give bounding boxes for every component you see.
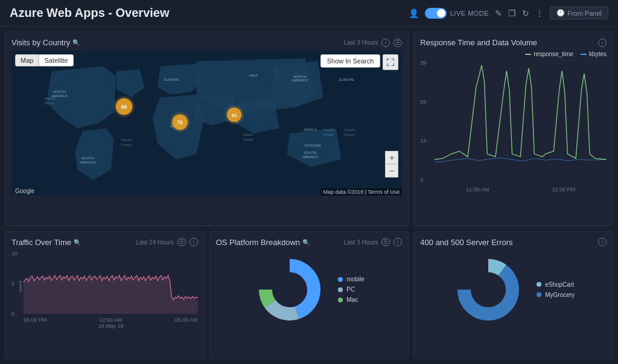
legend-kbytes: kbytes <box>581 51 607 57</box>
traffic-search-icon[interactable]: 🔍 <box>74 239 81 246</box>
eshopcart-legend-label: eShopCart <box>545 281 574 288</box>
satellite-view-button[interactable]: Satellite <box>39 54 73 66</box>
svg-point-48 <box>471 273 505 307</box>
os-search-icon[interactable]: 🔍 <box>302 239 310 246</box>
map-footer: Map data ©2018 | Terms of Use <box>320 188 402 196</box>
live-mode-toggle[interactable] <box>425 8 447 19</box>
fullscreen-icon <box>387 59 394 66</box>
svg-text:Ocean: Ocean <box>323 133 334 136</box>
live-mode-toggle-container: LIVE MODE <box>425 8 489 19</box>
visits-search-icon[interactable]: 🔍 <box>72 39 80 46</box>
zoom-in-button[interactable]: + <box>385 151 398 164</box>
svg-text:AMERICA: AMERICA <box>80 161 96 164</box>
os-platform-legend: mobile PC Mac <box>338 276 364 303</box>
traffic-info-icon[interactable]: i <box>190 238 198 246</box>
visits-info-icon[interactable]: i <box>381 39 390 47</box>
eshopcart-legend-dot <box>537 282 541 287</box>
kbytes-legend-label: kbytes <box>589 51 607 57</box>
svg-text:AFRICA: AFRICA <box>304 128 317 132</box>
svg-text:Ocean: Ocean <box>44 101 55 105</box>
share-icon[interactable]: ❐ <box>508 8 516 18</box>
response-time-legend-label: response_time <box>534 51 573 57</box>
svg-text:SOUTH: SOUTH <box>81 156 94 160</box>
os-platform-meta: Last 3 Hours ☰ i <box>344 238 403 246</box>
visits-panel-meta: Last 3 Hours i ☰ <box>344 39 403 47</box>
legend-response-time: response_time <box>525 51 573 57</box>
page-title: Azure Web Apps - Overview <box>10 6 170 20</box>
svg-text:Atlantic: Atlantic <box>344 128 356 132</box>
fullscreen-button[interactable] <box>383 54 398 70</box>
header-controls: 👤 LIVE MODE ✎ ❐ ↻ ⋮ 🕐 From Panel <box>409 7 608 19</box>
svg-text:NORTH: NORTH <box>53 90 66 94</box>
legend-mobile: mobile <box>338 276 364 283</box>
edit-icon[interactable]: ✎ <box>495 8 502 18</box>
dashboard: Visits by Country 🔍 Last 3 Hours i ☰ <box>0 27 618 364</box>
from-panel-button[interactable]: 🕐 From Panel <box>550 7 608 19</box>
os-platform-donut <box>253 254 326 326</box>
response-time-svg <box>435 60 607 171</box>
visits-panel-header: Visits by Country 🔍 Last 3 Hours i ☰ <box>11 38 402 47</box>
google-label: Google <box>15 188 34 194</box>
traffic-svg <box>24 251 198 315</box>
visits-settings-icon[interactable]: ☰ <box>393 39 402 47</box>
svg-text:84: 84 <box>121 104 127 110</box>
os-platform-header: OS Platform Breakdown 🔍 Last 3 Hours ☰ i <box>216 238 403 247</box>
header: Azure Web Apps - Overview 👤 LIVE MODE ✎ … <box>0 0 618 27</box>
traffic-panel-meta: Last 24 Hours ☰ i <box>136 238 197 246</box>
traffic-over-time-panel: Traffic Over Time 🔍 Last 24 Hours ☰ i 10… <box>5 231 205 360</box>
mobile-legend-dot <box>338 277 343 282</box>
zoom-out-button[interactable]: − <box>385 164 398 177</box>
svg-text:EUROPE: EUROPE <box>339 78 354 81</box>
mac-legend-label: Mac <box>346 296 358 303</box>
clock-icon: 🕐 <box>556 9 565 17</box>
live-mode-label: LIVE MODE <box>450 10 489 17</box>
response-time-title: Response Time and Data Volume <box>420 38 537 47</box>
traffic-panel-header: Traffic Over Time 🔍 Last 24 Hours ☰ i <box>11 238 198 247</box>
server-errors-legend: eShopCart MyGrocery <box>537 281 575 298</box>
legend-eshopcart: eShopCart <box>537 281 575 288</box>
traffic-x-axis: 06:00 PM 12:00 AM18 May 18 06:00 AM <box>24 317 198 329</box>
response-time-legend: response_time kbytes <box>420 51 607 57</box>
svg-text:Ocean: Ocean <box>121 143 132 147</box>
os-platform-title: OS Platform Breakdown 🔍 <box>216 238 310 247</box>
response-time-y-axis: 39 26 13 0 <box>420 60 426 193</box>
traffic-panel-title: Traffic Over Time 🔍 <box>11 238 81 247</box>
svg-text:AMERICA: AMERICA <box>302 155 318 159</box>
svg-text:Pacific: Pacific <box>323 128 334 132</box>
server-errors-info-icon[interactable]: i <box>598 238 607 246</box>
map-controls: Map Satellite <box>15 54 74 66</box>
legend-mygrocery: MyGrocery <box>537 292 575 298</box>
svg-text:Ocean: Ocean <box>243 138 254 141</box>
world-map-svg: Atlantic Ocean Pacific Ocean Indian Ocea… <box>11 51 402 196</box>
visits-panel-title: Visits by Country 🔍 <box>11 38 80 47</box>
os-platform-panel: OS Platform Breakdown 🔍 Last 3 Hours ☰ i <box>209 231 409 360</box>
traffic-settings-icon[interactable]: ☰ <box>177 238 186 246</box>
server-errors-donut-container: eShopCart MyGrocery <box>420 251 607 329</box>
response-time-panel: Response Time and Data Volume i response… <box>413 31 613 226</box>
user-icon[interactable]: 👤 <box>409 8 419 18</box>
traffic-chart: 10 5 0 count 06:00 PM 12:00 AM18 May 18 … <box>11 251 198 329</box>
svg-text:53: 53 <box>232 113 237 118</box>
mac-legend-dot <box>338 298 343 302</box>
show-in-search-button[interactable]: Show In Search <box>320 54 381 68</box>
more-options-icon[interactable]: ⋮ <box>535 8 544 18</box>
response-time-info-icon[interactable]: i <box>598 39 607 47</box>
traffic-y-label: count <box>18 280 23 292</box>
os-settings-icon[interactable]: ☰ <box>381 238 390 246</box>
os-time-range: Last 3 Hours <box>344 239 378 246</box>
server-errors-header: 400 and 500 Server Errors i <box>420 238 607 247</box>
legend-pc: PC <box>338 286 364 293</box>
svg-text:NORTH: NORTH <box>293 75 306 78</box>
map-view-button[interactable]: Map <box>15 54 39 66</box>
legend-mac: Mac <box>338 296 364 303</box>
mygrocery-legend-dot <box>537 292 541 297</box>
response-time-chart: 39 26 13 0 11:00 AM 12:00 PM <box>420 60 607 193</box>
svg-text:ASIA: ASIA <box>249 74 258 77</box>
refresh-icon[interactable]: ↻ <box>522 8 529 18</box>
os-info-icon[interactable]: i <box>393 238 402 246</box>
response-time-legend-dot <box>525 54 531 55</box>
mobile-legend-label: mobile <box>346 276 364 283</box>
svg-text:AMERICA: AMERICA <box>51 94 68 98</box>
pc-legend-label: PC <box>346 286 355 293</box>
response-time-header: Response Time and Data Volume i <box>420 38 607 47</box>
